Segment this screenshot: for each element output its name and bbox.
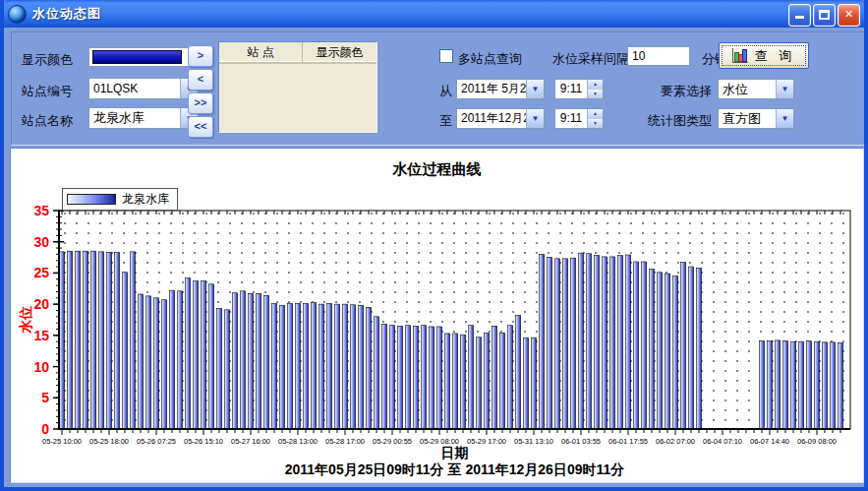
chart-type-label: 统计图类型 <box>648 112 712 130</box>
svg-text:水位: 水位 <box>18 306 33 335</box>
from-label: 从 <box>439 83 452 100</box>
from-date-value: 2011年 5月25日 <box>457 81 526 97</box>
svg-text:30: 30 <box>33 234 49 250</box>
bar-chart-icon <box>732 48 748 63</box>
spin-down-icon[interactable]: ▼ <box>588 90 603 99</box>
app-window: 水位动态图 ✕ 显示颜色 ▼ 站点编号 01LQSK ▼ 站点名称 龙泉水库 ▼… <box>0 0 868 491</box>
station-name-label: 站点名称 <box>22 112 73 130</box>
station-id-label: 站点编号 <box>22 83 73 100</box>
station-name-combobox[interactable]: 龙泉水库 ▼ <box>88 107 199 129</box>
chevron-down-icon[interactable]: ▼ <box>526 80 544 98</box>
chevron-down-icon[interactable]: ▼ <box>776 109 793 128</box>
element-select-label: 要素选择 <box>661 83 712 100</box>
interval-label: 水位采样间隔: <box>552 50 633 68</box>
station-id-combobox[interactable]: 01LQSK ▼ <box>88 78 199 99</box>
display-color-combobox[interactable]: ▼ <box>88 47 199 67</box>
table-header-station[interactable]: 站 点 <box>219 42 303 62</box>
interval-input[interactable]: 10 <box>627 46 690 66</box>
query-button[interactable]: 查 询 <box>719 42 809 69</box>
color-swatch <box>92 50 182 64</box>
move-left-button[interactable]: < <box>188 69 213 91</box>
svg-text:5: 5 <box>41 390 49 405</box>
station-id-value: 01LQSK <box>89 82 180 95</box>
chart-range-text: 2011年05月25日09时11分 至 2011年12月26日09时11分 <box>59 461 850 479</box>
legend-color-swatch <box>67 194 116 205</box>
svg-text:15: 15 <box>33 328 49 343</box>
to-label: 至 <box>439 112 452 130</box>
window-title: 水位动态图 <box>32 5 101 23</box>
multi-station-label: 多站点查询 <box>458 50 522 68</box>
svg-text:10: 10 <box>33 359 49 375</box>
minimize-button[interactable] <box>788 4 811 27</box>
from-time-spinner[interactable]: 9:11 ▲▼ <box>554 79 604 99</box>
query-button-label: 查 询 <box>755 47 796 65</box>
spin-up-icon[interactable]: ▲ <box>588 109 603 119</box>
to-time-value: 9:11 <box>555 109 587 128</box>
chart-type-combobox[interactable]: 直方图 ▼ <box>718 108 794 129</box>
to-time-spinner[interactable]: 9:11 ▲▼ <box>554 108 604 129</box>
spin-up-icon[interactable]: ▲ <box>588 80 603 90</box>
svg-text:25: 25 <box>33 265 49 280</box>
chevron-down-icon[interactable]: ▼ <box>526 109 544 128</box>
svg-text:0: 0 <box>41 421 49 437</box>
to-date-picker[interactable]: 2011年12月26日 ▼ <box>456 108 545 129</box>
multi-station-checkbox[interactable] <box>439 49 453 63</box>
chart-type-value: 直方图 <box>719 110 776 128</box>
element-value: 水位 <box>719 81 776 98</box>
svg-text:20: 20 <box>33 296 49 312</box>
station-name-value: 龙泉水库 <box>89 109 180 127</box>
element-combobox[interactable]: 水位 ▼ <box>718 79 794 99</box>
chart-legend: 龙泉水库 <box>62 188 178 211</box>
from-date-picker[interactable]: 2011年 5月25日 ▼ <box>456 79 545 99</box>
chevron-down-icon[interactable]: ▼ <box>776 80 793 98</box>
close-button[interactable]: ✕ <box>838 4 860 27</box>
to-date-value: 2011年12月26日 <box>457 110 526 127</box>
app-globe-icon <box>8 5 27 24</box>
from-time-value: 9:11 <box>555 80 587 98</box>
title-bar[interactable]: 水位动态图 ✕ <box>0 0 868 28</box>
chart-title: 水位过程曲线 <box>11 160 863 179</box>
move-all-left-button[interactable]: << <box>188 116 213 138</box>
move-all-right-button[interactable]: >> <box>188 92 213 114</box>
chart-panel: 水位过程曲线 龙泉水库 0510152025303505-25 10:0005-… <box>10 148 864 483</box>
maximize-button[interactable] <box>813 4 836 27</box>
spin-down-icon[interactable]: ▼ <box>588 119 603 129</box>
move-right-button[interactable]: > <box>188 45 213 67</box>
table-header-color[interactable]: 显示颜色 <box>303 42 376 62</box>
display-color-label: 显示颜色 <box>22 51 73 69</box>
svg-text:35: 35 <box>33 203 49 218</box>
legend-series-label: 龙泉水库 <box>122 191 169 208</box>
selected-stations-table[interactable]: 站 点 显示颜色 <box>218 41 377 133</box>
x-axis-title: 日期 <box>59 445 850 462</box>
